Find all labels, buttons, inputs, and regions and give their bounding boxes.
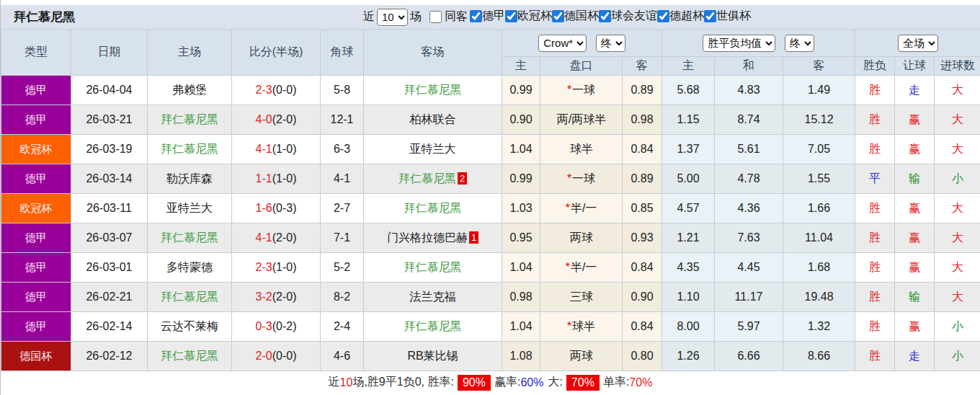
- league-checkbox[interactable]: [657, 10, 669, 22]
- col-header-type: 类型: [1, 30, 71, 76]
- odds-draw: 4.83: [715, 76, 783, 105]
- scope-select[interactable]: 全场: [898, 35, 938, 52]
- league-checkbox[interactable]: [470, 10, 482, 22]
- league-badge: 德甲: [1, 253, 71, 283]
- handicap-away-odds: 0.89: [623, 164, 662, 194]
- match-history-panel: 拜仁慕尼黑 近 10 场 同客 德甲欧冠杯德国杯球会友谊德超杯世俱杯 类型 日期…: [0, 0, 980, 395]
- handicap-away-odds: 0.84: [623, 312, 662, 342]
- league-badge: 德甲: [1, 105, 71, 135]
- away-team: 拜仁慕尼黑: [364, 194, 502, 223]
- handicap-away-odds: 0.89: [623, 76, 662, 105]
- subheader-odds-home: 主: [662, 57, 715, 76]
- result-handicap: 赢: [895, 194, 935, 223]
- handicap-home-odds: 0.90: [502, 105, 540, 135]
- league-badge: 欧冠杯: [1, 194, 71, 223]
- odds-time-select[interactable]: 终: [785, 35, 814, 52]
- result-winlose: 胜: [855, 342, 895, 371]
- handicap-home-odds: 0.98: [502, 283, 540, 312]
- result-winlose: 胜: [855, 76, 895, 105]
- away-team: 门兴格拉德巴赫1: [364, 223, 502, 253]
- handicap-line: *半/一: [540, 253, 623, 283]
- handicap-home-odds: 0.99: [502, 76, 540, 105]
- odds-away: 7.05: [783, 135, 855, 164]
- score-cell: 4-1(2-0): [232, 223, 321, 253]
- match-date: 26-02-12: [71, 342, 148, 371]
- handicap-away-odds: 0.85: [623, 194, 662, 223]
- league-badge: 德甲: [1, 312, 71, 342]
- subheader-result: 胜负: [855, 57, 895, 76]
- result-handicap: 赢: [895, 135, 935, 164]
- score-cell: 0-3(0-2): [232, 312, 321, 342]
- score-cell: 3-2(2-0): [232, 283, 321, 312]
- home-team: 拜仁慕尼黑: [148, 135, 232, 164]
- bookmaker-select[interactable]: Crow*: [538, 35, 587, 52]
- home-team: 拜仁慕尼黑: [148, 342, 232, 371]
- handicap-away-odds: 0.84: [623, 253, 662, 283]
- star-icon: *: [567, 320, 571, 332]
- card-badge: 1: [469, 231, 478, 244]
- result-winlose: 胜: [855, 105, 895, 135]
- odds-away: 1.66: [783, 194, 855, 223]
- league-checkbox[interactable]: [704, 10, 716, 22]
- league-checkbox[interactable]: [505, 10, 517, 22]
- odds-draw: 7.63: [715, 223, 783, 253]
- league-badge: 欧冠杯: [1, 135, 71, 164]
- result-goals: 大: [935, 76, 980, 105]
- result-goals: 小: [935, 164, 980, 194]
- recent-count-select[interactable]: 10: [377, 9, 408, 26]
- bookmaker-time-select[interactable]: 终: [596, 35, 625, 52]
- league-checkbox-label: 世俱杯: [716, 9, 751, 24]
- odds-away: 1.68: [783, 253, 855, 283]
- result-handicap: 输: [895, 164, 935, 194]
- table-row: 德国杯 26-02-12 拜仁慕尼黑 2-0(0-0) 4-6 RB莱比锡 1.…: [1, 342, 980, 371]
- same-venue-checkbox[interactable]: [429, 11, 442, 23]
- table-row: 德甲 26-02-14 云达不莱梅 0-3(0-2) 2-4 拜仁慕尼黑 1.0…: [1, 312, 980, 342]
- corners-cell: 2-7: [321, 194, 364, 223]
- league-badge: 德甲: [1, 76, 71, 105]
- corners-cell: 5-8: [321, 76, 364, 105]
- col-header-away: 客场: [364, 30, 502, 76]
- result-goals: 大: [935, 283, 980, 312]
- match-date: 26-04-04: [71, 76, 148, 105]
- league-checkbox-label: 欧冠杯: [517, 9, 552, 24]
- result-handicap: 赢: [895, 312, 935, 342]
- corners-cell: 6-3: [321, 135, 364, 164]
- odds-average-select[interactable]: 胜平负均值: [703, 35, 775, 52]
- league-filter-item: 欧冠杯: [505, 9, 552, 24]
- handicap-line: 球半: [540, 135, 623, 164]
- scope-select-group: 全场: [855, 30, 980, 57]
- league-filter-item: 德甲: [470, 9, 505, 24]
- handicap-home-odds: 1.04: [502, 135, 540, 164]
- col-header-home: 主场: [148, 30, 232, 76]
- league-checkbox[interactable]: [599, 10, 611, 22]
- odds-home: 1.26: [662, 342, 715, 371]
- summary-footer: 近10场,胜9平1负0, 胜率: 90% 赢率:60% 大: 70% 单率:70…: [1, 371, 980, 394]
- footer-prefix: 近: [329, 375, 340, 390]
- result-goals: 大: [935, 194, 980, 223]
- odds-draw: 5.61: [715, 135, 783, 164]
- table-row: 德甲 26-04-04 弗赖堡 2-3(0-0) 5-8 拜仁慕尼黑 0.99 …: [1, 76, 980, 105]
- subheader-goals-result: 进球数: [935, 57, 980, 76]
- table-row: 欧冠杯 26-03-11 亚特兰大 1-6(0-3) 2-7 拜仁慕尼黑 1.0…: [1, 194, 980, 223]
- league-checkbox[interactable]: [552, 10, 564, 22]
- result-handicap: 输: [895, 283, 935, 312]
- odds-away: 15.12: [783, 105, 855, 135]
- handicap-home-odds: 1.04: [502, 253, 540, 283]
- result-winlose: 胜: [855, 135, 895, 164]
- table-row: 德甲 26-03-14 勒沃库森 1-1(1-0) 4-1 拜仁慕尼黑2 0.9…: [1, 164, 980, 194]
- home-team: 拜仁慕尼黑: [148, 223, 232, 253]
- home-team: 云达不莱梅: [148, 312, 232, 342]
- league-filter-item: 球会友谊: [599, 9, 657, 24]
- handicap-home-odds: 1.08: [502, 342, 540, 371]
- odds-away: 1.55: [783, 164, 855, 194]
- odds-away: 8.66: [783, 342, 855, 371]
- subheader-odds-draw: 和: [715, 57, 783, 76]
- league-badge: 德甲: [1, 283, 71, 312]
- result-goals: 大: [935, 253, 980, 283]
- odds-draw: 6.66: [715, 342, 783, 371]
- handicap-select-group: Crow* 终: [502, 30, 662, 57]
- odds-home: 8.00: [662, 312, 715, 342]
- odds-home: 1.15: [662, 105, 715, 135]
- away-team: 柏林联合: [364, 105, 502, 135]
- league-checkbox-label: 德超杯: [669, 9, 704, 24]
